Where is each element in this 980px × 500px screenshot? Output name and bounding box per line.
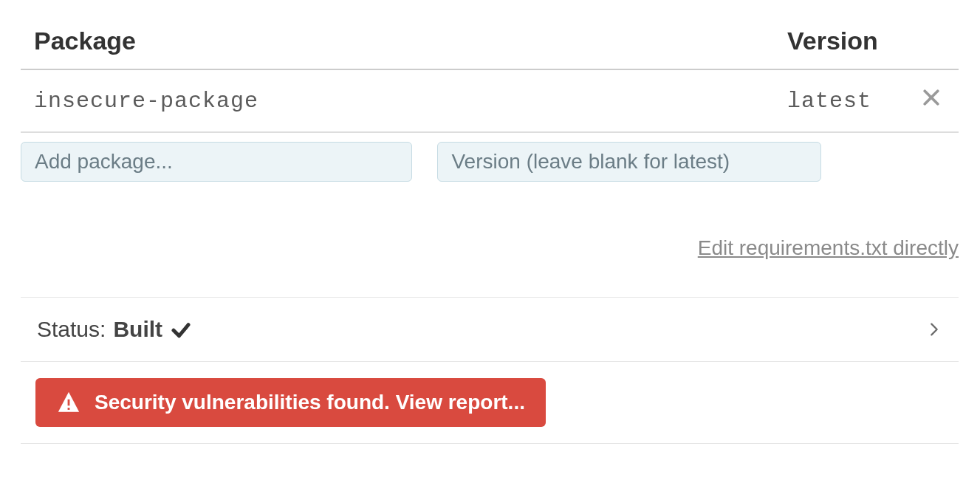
remove-package-icon[interactable] <box>920 86 942 109</box>
version-input[interactable] <box>437 142 821 182</box>
security-alert-button[interactable]: Security vulnerabilities found. View rep… <box>35 378 546 427</box>
check-icon <box>170 318 192 340</box>
status-label: Status: <box>37 317 106 342</box>
package-name-cell: insecure-package <box>21 69 774 132</box>
warning-icon <box>56 390 81 415</box>
svg-rect-3 <box>68 408 70 410</box>
header-version: Version <box>774 18 907 69</box>
packages-table: Package Version insecure-package latest <box>21 18 959 182</box>
package-version-cell: latest <box>774 69 907 132</box>
security-alert-text: Security vulnerabilities found. View rep… <box>95 391 525 414</box>
status-value: Built <box>113 317 162 342</box>
edit-requirements-link[interactable]: Edit requirements.txt directly <box>698 236 959 259</box>
table-row: insecure-package latest <box>21 69 959 132</box>
svg-rect-2 <box>68 400 70 406</box>
add-package-input[interactable] <box>21 142 412 182</box>
chevron-right-icon <box>926 318 942 340</box>
header-package: Package <box>21 18 774 69</box>
status-row[interactable]: Status: Built <box>21 297 959 362</box>
